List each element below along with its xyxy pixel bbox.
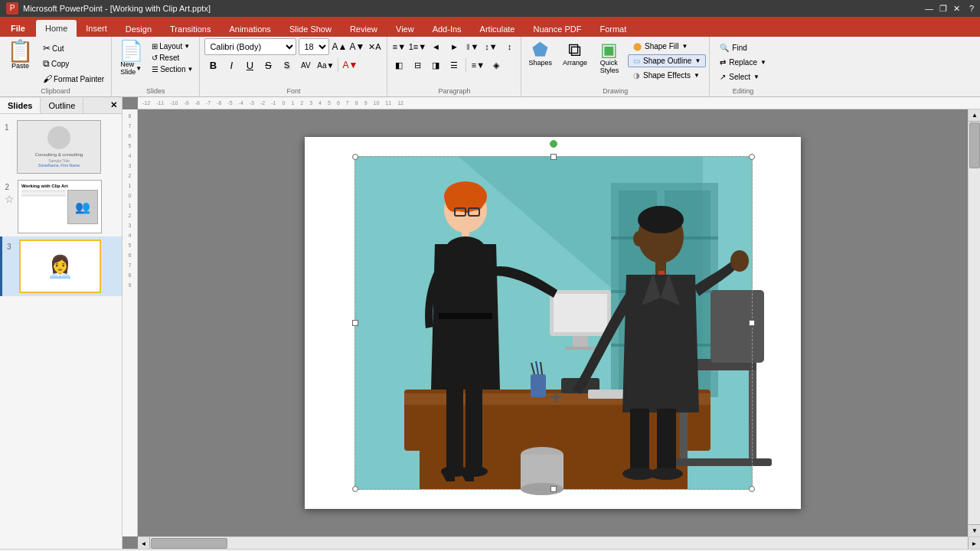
copy-button[interactable]: ⧉ Copy	[39, 57, 108, 70]
decrease-indent-button[interactable]: ◄	[427, 38, 444, 55]
bullets-button[interactable]: ≡▼	[390, 38, 407, 55]
cut-button[interactable]: ✂ Cut	[39, 41, 108, 55]
font-size-select[interactable]: 18	[299, 38, 329, 55]
scroll-left-button[interactable]: ◄	[138, 537, 150, 549]
close-panel-button[interactable]: ✕	[106, 97, 122, 113]
svg-rect-36	[446, 386, 463, 470]
tab-view[interactable]: View	[387, 21, 423, 37]
tab-home[interactable]: Home	[36, 20, 77, 37]
slides-group: 📄 NewSlide ▼ ⊞ Layout ▼ ↺ Reset ☰ Sectio…	[112, 37, 200, 96]
slide-image	[305, 137, 801, 509]
shape-outline-button[interactable]: ▭ Shape Outline ▼	[628, 54, 706, 67]
font-group: Calibri (Body) 18 A▲ A▼ ✕A B I U S S AV …	[200, 37, 387, 96]
section-button[interactable]: ☰ Section ▼	[149, 64, 196, 74]
arrange-button[interactable]: ⧉ Arrange	[559, 38, 591, 69]
shrink-font-button[interactable]: A▼	[349, 39, 364, 54]
tab-file[interactable]: File	[0, 20, 36, 37]
slide-num-1: 1	[5, 120, 14, 132]
align-center-button[interactable]: ⊟	[409, 57, 426, 73]
align-left-button[interactable]: ◧	[390, 57, 407, 73]
shadow-button[interactable]: S	[278, 57, 295, 73]
line-spacing-button[interactable]: ↕▼	[482, 38, 499, 55]
clipboard-label: Clipboard	[41, 87, 70, 95]
tab-insert[interactable]: Insert	[77, 20, 116, 37]
grow-font-button[interactable]: A▲	[332, 39, 347, 54]
tab-format[interactable]: Format	[590, 21, 635, 37]
numbering-button[interactable]: 1≡▼	[409, 38, 426, 55]
slide-preview-1: Consulting & consulting Sample Title Som…	[17, 120, 101, 174]
canvas-row: 876 543 210 123 456 789	[122, 109, 980, 536]
char-spacing-button[interactable]: AV	[296, 57, 315, 73]
justify-button[interactable]: ☰	[446, 57, 462, 73]
align-right-button[interactable]: ◨	[427, 57, 444, 73]
minimize-icon[interactable]: —	[925, 4, 933, 14]
strikethrough-button[interactable]: S	[260, 57, 276, 73]
change-case-button[interactable]: Aa▼	[316, 57, 335, 73]
main-area: Slides Outline ✕ 1 Consulting & consulti…	[0, 97, 980, 549]
paragraph-label: Paragraph	[438, 87, 470, 95]
find-button[interactable]: 🔍 Find	[713, 41, 773, 54]
scroll-up-button[interactable]: ▲	[969, 109, 980, 122]
outline-tab[interactable]: Outline	[41, 98, 83, 113]
slide-thumb-2[interactable]: 2 ☆ Working with Clip Art 👥	[0, 177, 122, 236]
align-text-button[interactable]: ≡▼	[469, 57, 486, 73]
slide-panel-tabs: Slides Outline ✕	[0, 97, 122, 114]
slide-preview-3: 👩‍💼	[19, 240, 101, 293]
new-slide-button[interactable]: 📄 NewSlide ▼	[115, 38, 147, 78]
tab-animations[interactable]: Animations	[220, 21, 279, 37]
slide-thumb-1[interactable]: 1 Consulting & consulting Sample Title S…	[0, 117, 122, 177]
svg-rect-10	[554, 294, 607, 332]
scroll-thumb-h[interactable]	[151, 538, 227, 549]
columns-button[interactable]: ⫴▼	[464, 38, 481, 55]
paste-button[interactable]: 📋 Paste	[3, 38, 38, 72]
tab-slideshow[interactable]: Slide Show	[280, 21, 341, 37]
vertical-scrollbar: ▲ ▼	[968, 109, 980, 536]
title-bar-text: Microsoft PowerPoint - [Working with Cli…	[23, 4, 211, 13]
tab-review[interactable]: Review	[341, 21, 387, 37]
bold-button[interactable]: B	[204, 57, 221, 73]
paragraph-group: ≡▼ 1≡▼ ◄ ► ⫴▼ ↕▼ ↕ ◧ ⊟ ◨ ☰ ≡▼ ◈ Paragrap…	[387, 37, 521, 96]
convert-to-smartart-button[interactable]: ◈	[488, 57, 505, 73]
svg-rect-51	[630, 409, 649, 474]
slide-stage[interactable]	[138, 109, 968, 536]
tab-addins[interactable]: Add-Ins	[423, 21, 471, 37]
restore-icon[interactable]: ❐	[939, 4, 947, 14]
format-painter-button[interactable]: 🖌 Format Painter	[39, 72, 108, 86]
scroll-right-button[interactable]: ►	[968, 537, 980, 549]
increase-indent-button[interactable]: ►	[446, 38, 462, 55]
svg-rect-44	[710, 290, 764, 363]
tab-articulate[interactable]: Articulate	[471, 21, 524, 37]
close-icon[interactable]: ✕	[953, 4, 960, 14]
slide-num-3: 3	[7, 240, 16, 251]
clipboard-group: 📋 Paste ✂ Cut ⧉ Copy 🖌 Format Painter Cl…	[0, 37, 112, 96]
reset-button[interactable]: ↺ Reset	[149, 53, 196, 63]
scroll-track-h[interactable]	[150, 537, 968, 549]
shape-effects-button[interactable]: ◑ Shape Effects ▼	[628, 69, 706, 82]
help-icon[interactable]: ?	[969, 4, 974, 14]
tab-transitions[interactable]: Transitions	[161, 21, 220, 37]
tab-design[interactable]: Design	[116, 21, 161, 37]
clear-format-button[interactable]: ✕A	[367, 39, 382, 54]
shape-fill-button[interactable]: ⬤ Shape Fill ▼	[628, 40, 706, 53]
shapes-button[interactable]: ⬟ Shapes	[524, 38, 556, 69]
scroll-thumb-v[interactable]	[969, 122, 980, 168]
svg-rect-43	[672, 458, 772, 466]
replace-button[interactable]: ⇄ Replace ▼	[713, 56, 773, 69]
italic-button[interactable]: I	[223, 57, 240, 73]
slide-panel: Slides Outline ✕ 1 Consulting & consulti…	[0, 97, 122, 549]
underline-button[interactable]: U	[241, 57, 258, 73]
select-button[interactable]: ↗ Select ▼	[713, 70, 773, 83]
scroll-track-v[interactable]	[969, 122, 980, 524]
tab-nuance[interactable]: Nuance PDF	[524, 21, 590, 37]
font-name-select[interactable]: Calibri (Body)	[204, 38, 296, 55]
slides-tab[interactable]: Slides	[0, 98, 41, 113]
layout-button[interactable]: ⊞ Layout ▼	[149, 41, 196, 51]
quick-styles-button[interactable]: ▣ QuickStyles	[594, 38, 625, 77]
slide-preview-2: Working with Clip Art 👥	[18, 180, 102, 233]
svg-point-29	[469, 186, 485, 210]
text-direction-button[interactable]: ↕	[501, 38, 518, 55]
slide-thumb-3[interactable]: 3 👩‍💼	[0, 236, 122, 296]
font-color-button[interactable]: A▼	[341, 57, 358, 73]
scroll-down-button[interactable]: ▼	[969, 524, 980, 536]
ruler-horizontal: -12-11-10 -9-8-7 -6-5-4 -3-2-1 012 345 6…	[138, 97, 980, 109]
